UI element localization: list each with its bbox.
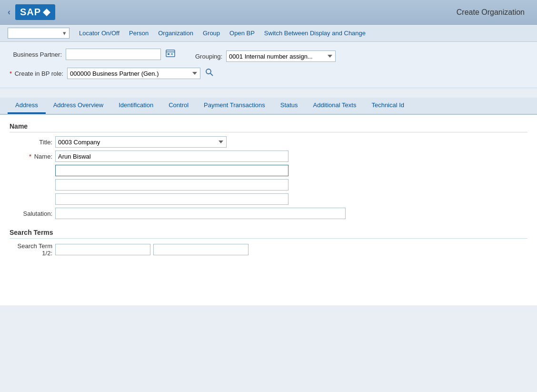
toolbar-dropdown[interactable]: ▾ — [8, 28, 70, 39]
title-label: Title: — [10, 139, 52, 146]
name-row-2 — [10, 165, 527, 176]
title-row: Title: 0003 Company — [10, 136, 527, 148]
tab-identification[interactable]: Identification — [111, 98, 161, 114]
back-button[interactable]: ‹ — [8, 7, 10, 17]
grouping-select[interactable]: 0001 Internal number assign... — [226, 50, 336, 62]
tab-payment-transactions[interactable]: Payment Transactions — [196, 98, 273, 114]
tab-technical-id[interactable]: Technical Id — [364, 98, 412, 114]
toolbar: ▾ Locator On/Off Person Organization Gro… — [0, 25, 537, 42]
name-input-2[interactable] — [55, 165, 288, 176]
name-input-4[interactable] — [55, 193, 288, 205]
svg-line-7 — [210, 73, 213, 76]
sap-logo: SAP — [15, 4, 55, 20]
bp-role-select[interactable]: 000000 Business Partner (Gen.) — [67, 68, 200, 79]
name-section-header: Name — [10, 122, 527, 132]
svg-marker-0 — [43, 9, 50, 16]
salutation-row: Salutation: — [10, 208, 527, 219]
name-required-star: * — [29, 153, 31, 160]
svg-point-6 — [206, 69, 211, 74]
grouping-label: Grouping: — [195, 53, 222, 60]
svg-rect-5 — [171, 54, 173, 55]
tabs-bar: Address Address Overview Identification … — [0, 98, 537, 115]
business-partner-label: Business Partner: — [10, 51, 62, 58]
search-term-inputs — [55, 244, 249, 255]
toolbar-switch-btn[interactable]: Switch Between Display and Change — [264, 30, 366, 37]
toolbar-locator-btn[interactable]: Locator On/Off — [79, 30, 119, 37]
chevron-down-icon: ▾ — [63, 30, 66, 37]
toolbar-person-btn[interactable]: Person — [129, 30, 149, 37]
tab-status[interactable]: Status — [273, 98, 306, 114]
page-title: Create Organization — [55, 8, 529, 17]
bp-role-row: * Create in BP role: 000000 Business Par… — [10, 68, 527, 79]
tab-additional-texts[interactable]: Additional Texts — [306, 98, 364, 114]
business-partner-icon-btn[interactable] — [165, 49, 176, 60]
header: ‹ SAP Create Organization — [0, 0, 537, 25]
tab-address-overview[interactable]: Address Overview — [46, 98, 111, 114]
search-terms-section: Search Terms Search Term 1/2: — [10, 229, 527, 257]
svg-rect-1 — [166, 50, 175, 57]
title-select[interactable]: 0003 Company — [55, 136, 227, 148]
search-icon — [205, 68, 214, 77]
name-input-3[interactable] — [55, 179, 288, 191]
tab-address[interactable]: Address — [8, 98, 46, 114]
grouping-row: Grouping: 0001 Internal number assign... — [195, 50, 336, 62]
name-label: * Name: — [10, 153, 52, 160]
search-term-row: Search Term 1/2: — [10, 242, 527, 257]
toolbar-open-bp-btn[interactable]: Open BP — [229, 30, 255, 37]
toolbar-organization-btn[interactable]: Organization — [158, 30, 193, 37]
sap-diamond-icon — [43, 9, 50, 16]
search-terms-header: Search Terms — [10, 229, 527, 239]
name-row-1: * Name: — [10, 151, 527, 162]
name-row-3 — [10, 179, 527, 191]
required-star: * — [10, 70, 12, 77]
name-input-1[interactable] — [55, 151, 288, 162]
toolbar-group-btn[interactable]: Group — [203, 30, 220, 37]
svg-rect-3 — [168, 53, 169, 55]
bp-role-label: * Create in BP role: — [10, 70, 63, 77]
business-partner-row: Business Partner: — [10, 49, 176, 60]
salutation-label: Salutation: — [10, 210, 52, 217]
content-area: Name Title: 0003 Company * Name: — [0, 115, 537, 305]
business-partner-input[interactable] — [66, 49, 161, 60]
business-partner-icon — [166, 49, 175, 58]
form-area: Business Partner: Grouping: 0001 Interna… — [0, 42, 537, 88]
svg-rect-4 — [171, 53, 173, 54]
search-term-1-input[interactable] — [55, 244, 150, 255]
search-term-2-input[interactable] — [153, 244, 249, 255]
search-term-label: Search Term 1/2: — [10, 242, 52, 257]
search-bp-role-btn[interactable] — [204, 68, 215, 79]
salutation-input[interactable] — [55, 208, 346, 219]
name-row-4 — [10, 193, 527, 205]
tab-control[interactable]: Control — [161, 98, 196, 114]
name-section: Name Title: 0003 Company * Name: — [10, 122, 527, 219]
